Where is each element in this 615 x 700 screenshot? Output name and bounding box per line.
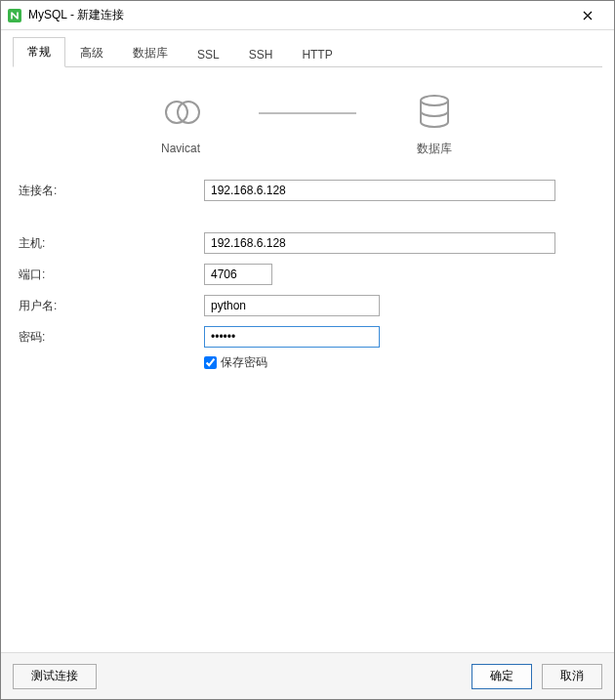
input-port[interactable]: [204, 264, 272, 285]
row-port: 端口:: [19, 261, 596, 288]
tab-ssh[interactable]: SSH: [234, 41, 288, 67]
tab-bar: 常规 高级 数据库 SSL SSH HTTP: [13, 40, 602, 67]
checkbox-save-password[interactable]: [204, 356, 217, 369]
dialog-footer: 测试连接 确定 取消: [1, 652, 614, 699]
database-icon: [413, 90, 456, 133]
ok-button[interactable]: 确定: [472, 664, 532, 689]
form: 连接名: 主机: 端口: 用户名: 密码: 保存密码: [13, 177, 602, 371]
window-title: MySQL - 新建连接: [28, 7, 565, 23]
close-icon: [583, 11, 593, 21]
input-password[interactable]: [204, 326, 380, 348]
tab-general[interactable]: 常规: [13, 37, 65, 67]
tab-ssl[interactable]: SSL: [183, 41, 234, 67]
label-username: 用户名:: [19, 298, 204, 314]
row-connection-name: 连接名:: [19, 177, 596, 204]
label-host: 主机:: [19, 235, 204, 252]
input-host[interactable]: [204, 232, 555, 254]
navicat-icon: [159, 91, 202, 134]
test-connection-button[interactable]: 测试连接: [13, 664, 97, 689]
label-save-password: 保存密码: [221, 354, 267, 371]
diagram-node-navicat: Navicat: [122, 91, 239, 155]
diagram-label-right: 数据库: [417, 141, 452, 157]
tab-http[interactable]: HTTP: [287, 41, 347, 67]
cancel-button[interactable]: 取消: [542, 664, 602, 689]
row-username: 用户名:: [19, 292, 596, 319]
row-save-password: 保存密码: [204, 354, 596, 371]
input-username[interactable]: [204, 295, 380, 316]
row-host: 主机:: [19, 229, 596, 257]
connection-diagram: Navicat 数据库: [13, 79, 602, 167]
tab-advanced[interactable]: 高级: [65, 38, 118, 67]
close-button[interactable]: [565, 1, 610, 30]
diagram-node-database: 数据库: [376, 90, 493, 157]
input-connection-name[interactable]: [204, 180, 555, 201]
diagram-label-left: Navicat: [161, 142, 200, 155]
svg-point-3: [421, 96, 448, 105]
row-password: 密码:: [19, 323, 596, 350]
dialog-window: MySQL - 新建连接 常规 高级 数据库 SSL SSH HTTP Navi…: [0, 0, 615, 700]
tab-database[interactable]: 数据库: [118, 38, 183, 67]
label-port: 端口:: [19, 267, 204, 283]
titlebar: MySQL - 新建连接: [1, 1, 614, 30]
app-icon: [7, 8, 22, 23]
dialog-content: 常规 高级 数据库 SSL SSH HTTP Navicat: [1, 30, 614, 652]
label-password: 密码:: [19, 329, 204, 346]
diagram-connector: [259, 112, 356, 114]
label-connection-name: 连接名:: [19, 183, 204, 199]
